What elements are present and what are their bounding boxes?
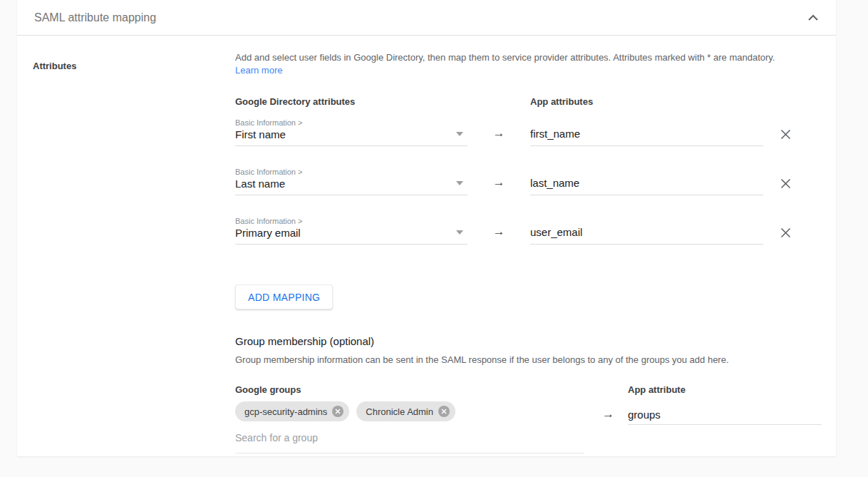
chip-remove-icon[interactable] <box>332 406 343 417</box>
group-chip: gcp-security-admins <box>235 401 349 421</box>
remove-mapping-button[interactable] <box>780 178 791 195</box>
app-attributes-header: App attributes <box>530 96 763 108</box>
group-mapping-row: Google groups gcp-security-admins <box>235 384 836 453</box>
attribute-field: First name <box>235 128 467 142</box>
close-icon <box>780 227 791 238</box>
group-search-field <box>235 431 584 453</box>
collapse-panel-button[interactable] <box>805 11 822 24</box>
mapping-row: Basic Information > Primary email → <box>235 216 836 245</box>
remove-mapping-button[interactable] <box>780 227 791 245</box>
mapping-row: Basic Information > First name → <box>235 118 836 146</box>
chip-remove-icon[interactable] <box>438 406 450 417</box>
arrow-right-icon: → <box>467 126 530 146</box>
mapping-table-header: Google Directory attributes App attribut… <box>235 96 836 108</box>
close-icon <box>441 409 447 414</box>
app-attribute-field <box>530 128 763 146</box>
directory-attribute-select-primary-email[interactable]: Basic Information > Primary email <box>235 216 467 245</box>
panel-header: SAML attribute mapping <box>17 0 836 36</box>
dropdown-caret-icon <box>456 230 463 235</box>
group-chip-label: gcp-security-admins <box>244 406 327 417</box>
arrow-right-icon: → <box>467 225 530 245</box>
dropdown-caret-icon <box>456 132 463 136</box>
google-directory-attributes-header: Google Directory attributes <box>235 96 467 108</box>
close-icon <box>780 129 791 140</box>
directory-attribute-select-first-name[interactable]: Basic Information > First name <box>235 118 467 146</box>
group-app-attribute-block: App attribute <box>628 384 822 425</box>
arrow-right-icon: → <box>467 175 530 195</box>
close-icon <box>780 178 791 189</box>
attributes-section-label: Attributes <box>33 61 76 71</box>
app-attribute-input[interactable] <box>530 226 763 238</box>
group-membership-title: Group membership (optional) <box>235 335 836 348</box>
directory-attribute-select-last-name[interactable]: Basic Information > Last name <box>235 167 467 195</box>
mapping-table: Google Directory attributes App attribut… <box>235 96 836 245</box>
close-icon <box>335 409 341 414</box>
saml-attribute-mapping-panel: SAML attribute mapping Attributes Add an… <box>17 0 836 456</box>
attribute-field: Last name <box>235 177 467 191</box>
group-membership-description: Group membership information can be sent… <box>235 354 836 366</box>
attribute-category: Basic Information > <box>235 118 467 128</box>
mapping-row: Basic Information > Last name → <box>235 167 836 195</box>
attribute-field: Primary email <box>235 226 467 240</box>
attributes-description: Add and select user fields in Google Dir… <box>235 51 820 63</box>
group-chip-label: Chronicle Admin <box>366 406 433 417</box>
app-attribute-field <box>530 177 763 195</box>
app-attribute-input[interactable] <box>530 177 763 189</box>
attribute-category: Basic Information > <box>235 167 467 177</box>
header-spacer <box>467 96 530 108</box>
app-attribute-input[interactable] <box>530 128 763 140</box>
group-app-attribute-field <box>628 409 822 425</box>
group-search-input[interactable] <box>235 432 584 443</box>
panel-title: SAML attribute mapping <box>34 11 156 24</box>
group-chip: Chronicle Admin <box>356 401 455 421</box>
add-mapping-button[interactable]: ADD MAPPING <box>235 284 333 309</box>
attribute-category: Basic Information > <box>235 216 467 226</box>
remove-mapping-button[interactable] <box>780 129 791 146</box>
group-app-attribute-input[interactable] <box>628 409 822 421</box>
chevron-up-icon <box>807 14 819 21</box>
app-attribute-label: App attribute <box>628 384 822 396</box>
arrow-right-icon: → <box>602 407 614 421</box>
attributes-content: Add and select user fields in Google Dir… <box>235 51 836 453</box>
learn-more-link[interactable]: Learn more <box>235 64 282 76</box>
app-attribute-field <box>530 226 763 245</box>
dropdown-caret-icon <box>456 181 463 185</box>
